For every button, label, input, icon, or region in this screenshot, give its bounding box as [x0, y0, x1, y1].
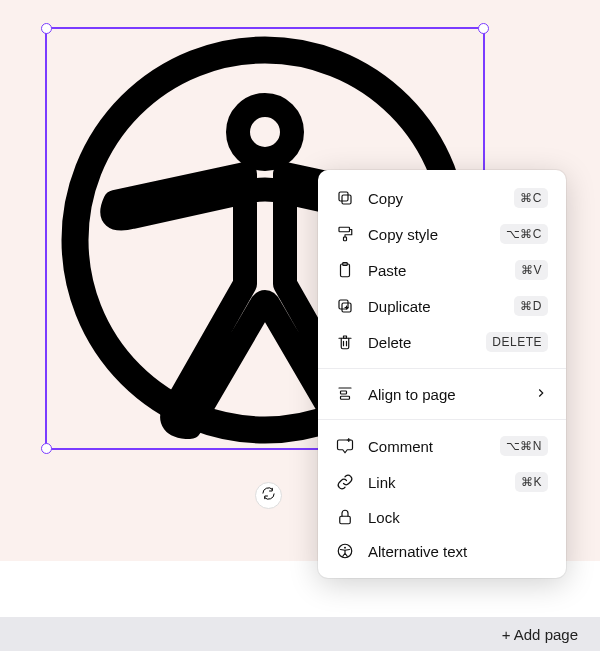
rotate-button[interactable]	[255, 482, 282, 509]
chevron-right-icon	[534, 386, 548, 403]
resize-handle-tl[interactable]	[41, 23, 52, 34]
menu-label: Alternative text	[368, 543, 548, 560]
svg-rect-3	[339, 192, 348, 201]
svg-rect-11	[341, 396, 350, 399]
menu-item-comment[interactable]: Comment ⌥⌘N	[318, 428, 566, 464]
menu-label: Comment	[368, 438, 486, 455]
menu-shortcut: DELETE	[486, 332, 548, 352]
svg-point-14	[344, 547, 346, 549]
comment-icon	[336, 437, 354, 455]
menu-shortcut: ⌘K	[515, 472, 548, 492]
menu-separator	[318, 419, 566, 420]
menu-item-alternative-text[interactable]: Alternative text	[318, 534, 566, 568]
rotate-icon	[261, 486, 276, 505]
align-icon	[336, 385, 354, 403]
resize-handle-tr[interactable]	[478, 23, 489, 34]
menu-shortcut: ⌘C	[514, 188, 548, 208]
menu-label: Lock	[368, 509, 548, 526]
paint-roller-icon	[336, 225, 354, 243]
svg-rect-2	[342, 195, 351, 204]
menu-item-paste[interactable]: Paste ⌘V	[318, 252, 566, 288]
accessibility-small-icon	[336, 542, 354, 560]
menu-label: Paste	[368, 262, 501, 279]
resize-handle-bl[interactable]	[41, 443, 52, 454]
menu-shortcut: ⌥⌘C	[500, 224, 548, 244]
menu-item-align-to-page[interactable]: Align to page	[318, 377, 566, 411]
status-bar: + Add page	[0, 617, 600, 651]
menu-item-duplicate[interactable]: Duplicate ⌘D	[318, 288, 566, 324]
context-menu: Copy ⌘C Copy style ⌥⌘C Paste ⌘V Duplicat…	[318, 170, 566, 578]
menu-label: Duplicate	[368, 298, 500, 315]
menu-shortcut: ⌘D	[514, 296, 548, 316]
menu-label: Delete	[368, 334, 472, 351]
menu-item-delete[interactable]: Delete DELETE	[318, 324, 566, 360]
trash-icon	[336, 333, 354, 351]
svg-rect-4	[339, 227, 350, 232]
menu-label: Link	[368, 474, 501, 491]
svg-rect-12	[340, 516, 351, 524]
menu-label: Align to page	[368, 386, 520, 403]
add-page-button[interactable]: + Add page	[502, 626, 578, 643]
lock-icon	[336, 508, 354, 526]
menu-shortcut: ⌥⌘N	[500, 436, 548, 456]
menu-label: Copy	[368, 190, 500, 207]
menu-item-lock[interactable]: Lock	[318, 500, 566, 534]
menu-separator	[318, 368, 566, 369]
menu-item-link[interactable]: Link ⌘K	[318, 464, 566, 500]
link-icon	[336, 473, 354, 491]
svg-rect-10	[341, 391, 347, 394]
menu-shortcut: ⌘V	[515, 260, 548, 280]
copy-icon	[336, 189, 354, 207]
svg-rect-5	[344, 237, 347, 241]
menu-item-copy-style[interactable]: Copy style ⌥⌘C	[318, 216, 566, 252]
clipboard-icon	[336, 261, 354, 279]
duplicate-icon	[336, 297, 354, 315]
menu-item-copy[interactable]: Copy ⌘C	[318, 180, 566, 216]
menu-label: Copy style	[368, 226, 486, 243]
